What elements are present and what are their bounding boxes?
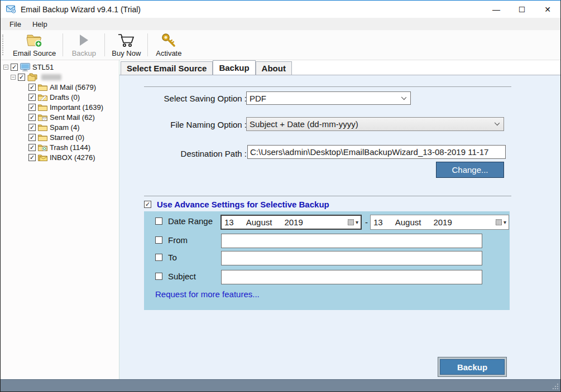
- close-button[interactable]: ✕: [535, 1, 560, 18]
- sent-mail-icon: [38, 114, 47, 121]
- minimize-button[interactable]: —: [483, 1, 509, 18]
- date-to-year: 2019: [433, 217, 452, 227]
- to-input[interactable]: [221, 251, 482, 265]
- play-icon: [78, 32, 90, 48]
- folder-checkbox[interactable]: ✓: [28, 144, 36, 151]
- date-from-picker[interactable]: 13 August 2019 ▾: [220, 215, 362, 230]
- folder-tree: − ✓ STL51 − ✓: [1, 60, 119, 379]
- folder-checkbox[interactable]: ✓: [28, 84, 36, 91]
- saving-option-label: Select Saving Option :: [125, 94, 247, 103]
- from-row: From: [155, 235, 188, 245]
- folder-checkbox[interactable]: ✓: [28, 134, 36, 141]
- saving-option-value: PDF: [250, 94, 266, 103]
- activate-button[interactable]: Activate: [149, 30, 188, 60]
- folder-checkbox[interactable]: ✓: [28, 154, 36, 161]
- tree-folder-starred[interactable]: ✓ Starred (0): [3, 132, 119, 142]
- backup-toolbar-button[interactable]: Backup: [64, 30, 103, 60]
- tree-folder-label: Trash (1144): [50, 143, 90, 152]
- toolbar-separator: [63, 33, 63, 56]
- tree-folder-label: Important (1639): [50, 103, 103, 112]
- folder-icon: [38, 104, 47, 111]
- buy-now-button[interactable]: Buy Now: [106, 30, 146, 60]
- subject-input[interactable]: [221, 270, 482, 284]
- tree-root[interactable]: − ✓ STL51: [3, 62, 119, 72]
- tree-folder-label: Starred (0): [50, 133, 84, 142]
- email-source-label: Email Source: [13, 49, 56, 57]
- date-range-separator: -: [365, 217, 368, 227]
- tree-root-label: STL51: [32, 63, 54, 71]
- activate-label: Activate: [156, 49, 181, 57]
- folder-checkbox[interactable]: ✓: [28, 104, 36, 111]
- folder-checkbox[interactable]: ✓: [28, 124, 36, 131]
- change-button[interactable]: Change...: [436, 162, 504, 178]
- app-window: Email Backup Wizard v9.4.1 (Trial) — ☐ ✕…: [0, 0, 561, 392]
- naming-option-label: File Naming Option :: [125, 120, 247, 129]
- account-checkbox[interactable]: ✓: [18, 74, 25, 81]
- backup-button-label: Backup: [440, 359, 505, 375]
- tab-backup[interactable]: Backup: [213, 60, 255, 75]
- tab-about[interactable]: About: [256, 61, 292, 75]
- trash-icon: [38, 144, 47, 151]
- tab-select-email-source[interactable]: Select Email Source: [121, 61, 213, 75]
- folder-checkbox[interactable]: ✓: [28, 114, 36, 121]
- email-source-button[interactable]: Email Source: [7, 30, 61, 60]
- collapse-icon[interactable]: −: [11, 75, 16, 80]
- backup-button[interactable]: Backup: [438, 357, 507, 377]
- folder-checkbox[interactable]: ✓: [28, 94, 36, 101]
- key-icon: [161, 32, 176, 48]
- chevron-down-icon: [401, 95, 406, 100]
- advance-settings-row: ✓ Use Advance Settings for Selective Bac…: [144, 200, 329, 209]
- folder-icon: [38, 84, 47, 91]
- backup-tab-panel: Select Saving Option : PDF File Naming O…: [119, 75, 560, 379]
- date-range-checkbox[interactable]: [155, 217, 162, 225]
- drafts-icon: [38, 94, 47, 101]
- tree-folder-spam[interactable]: ✓ Spam (4): [3, 122, 119, 132]
- folder-add-icon: [26, 32, 44, 48]
- tree-folder-drafts[interactable]: ✓ Drafts (0): [3, 92, 119, 102]
- inbox-icon: [38, 154, 47, 161]
- divider-line: [144, 86, 511, 87]
- saving-option-select[interactable]: PDF: [246, 91, 411, 105]
- request-features-link[interactable]: Request for more features...: [155, 289, 260, 299]
- tree-folder-important[interactable]: ✓ Important (1639): [3, 102, 119, 112]
- tree-folder-inbox[interactable]: ✓ INBOX (4276): [3, 152, 119, 162]
- advance-settings-label: Use Advance Settings for Selective Backu…: [157, 200, 329, 209]
- dropdown-arrow-icon[interactable]: ▾: [504, 219, 506, 225]
- tree-account[interactable]: − ✓: [3, 72, 119, 82]
- chevron-down-icon: [495, 120, 500, 125]
- tree-folder-sentmail[interactable]: ✓ Sent Mail (62): [3, 112, 119, 122]
- menu-bar: File Help: [1, 18, 560, 30]
- toolbar-grip[interactable]: [2, 35, 6, 55]
- folder-icon: [38, 124, 47, 131]
- date-range-label: Date Range: [168, 216, 213, 226]
- date-from-day: 13: [224, 217, 234, 227]
- menu-help[interactable]: Help: [27, 19, 53, 30]
- collapse-icon[interactable]: −: [3, 65, 8, 70]
- menu-file[interactable]: File: [4, 19, 27, 30]
- tree-folder-label: Drafts (0): [50, 93, 80, 101]
- resize-grip-icon[interactable]: [552, 383, 559, 390]
- account-label-redacted: [41, 74, 61, 80]
- toolbar: Email Source Backup Buy Now: [1, 30, 560, 60]
- calendar-icon: [496, 219, 502, 225]
- from-input[interactable]: [221, 234, 482, 248]
- subject-checkbox[interactable]: [155, 273, 162, 280]
- subject-label: Subject: [168, 272, 196, 281]
- destination-path-input[interactable]: C:\Users\admin\Desktop\EmailBackupWizard…: [247, 145, 506, 159]
- tree-folder-label: All Mail (5679): [50, 83, 96, 91]
- tree-folder-allmail[interactable]: ✓ All Mail (5679): [3, 82, 119, 92]
- destination-path-value: C:\Users\admin\Desktop\EmailBackupWizard…: [250, 147, 488, 157]
- root-checkbox[interactable]: ✓: [11, 64, 18, 71]
- to-checkbox[interactable]: [155, 254, 162, 261]
- naming-option-select[interactable]: Subject + Date (dd-mm-yyyy): [246, 117, 504, 131]
- date-to-picker[interactable]: 13 August 2019 ▾: [370, 215, 509, 230]
- maximize-button[interactable]: ☐: [509, 1, 535, 18]
- window-title: Email Backup Wizard v9.4.1 (Trial): [21, 5, 141, 14]
- from-checkbox[interactable]: [155, 236, 162, 244]
- to-label: To: [168, 253, 177, 262]
- tree-folder-trash[interactable]: ✓ Trash (1144): [3, 142, 119, 152]
- dropdown-arrow-icon[interactable]: ▾: [356, 219, 358, 225]
- backup-toolbar-label: Backup: [72, 49, 96, 57]
- tree-folder-label: INBOX (4276): [50, 153, 95, 162]
- advance-settings-checkbox[interactable]: ✓: [144, 201, 151, 208]
